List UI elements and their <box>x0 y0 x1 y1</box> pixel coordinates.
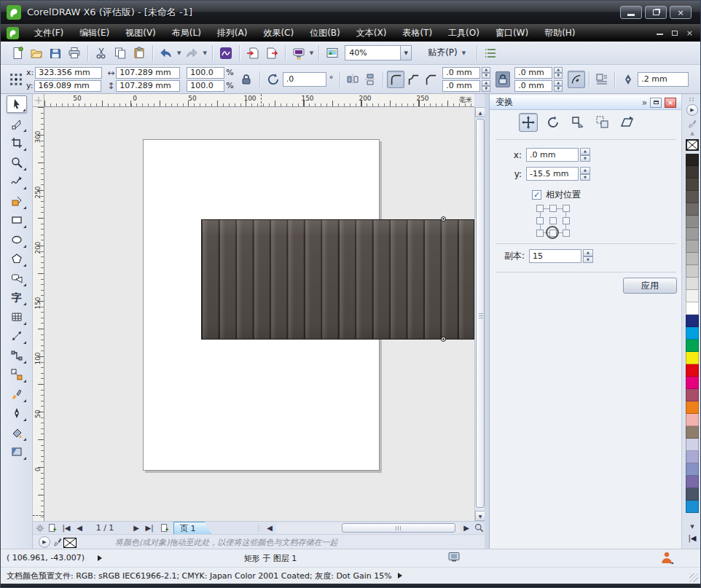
vertical-scroll-thumb[interactable] <box>476 119 485 508</box>
application-launcher-button[interactable] <box>290 44 308 62</box>
menu-text[interactable]: 文本(X) <box>348 24 395 42</box>
color-swatch[interactable] <box>686 327 699 340</box>
scale-x-field[interactable]: 100.0 <box>187 67 224 79</box>
color-swatch[interactable] <box>686 352 699 364</box>
scalloped-corner-button[interactable] <box>404 71 422 88</box>
palette-scroll-up-icon[interactable]: ▲ <box>686 130 699 136</box>
chevron-down-icon[interactable]: ▼ <box>400 46 411 60</box>
scroll-left-icon[interactable]: ◀ <box>265 522 275 533</box>
color-swatch[interactable] <box>686 191 699 203</box>
docker-close-button[interactable]: × <box>665 98 676 108</box>
menu-effects[interactable]: 效果(C) <box>255 24 302 42</box>
open-button[interactable] <box>28 44 45 62</box>
object-height-field[interactable]: 107.289 mm <box>116 80 180 92</box>
horizontal-scroll-thumb[interactable] <box>342 523 455 533</box>
blend-tool[interactable] <box>7 366 27 383</box>
x-position-field[interactable]: 323.356 mm <box>35 67 102 79</box>
docker-minimize-button[interactable] <box>650 98 662 108</box>
spinner[interactable]: ▲▼ <box>580 167 590 181</box>
color-swatch[interactable] <box>686 401 699 414</box>
palette-flyout-icon[interactable]: ▶ <box>686 104 699 116</box>
spinner[interactable]: ▲▼ <box>554 80 563 92</box>
options-icon[interactable] <box>482 44 499 62</box>
add-page-icon[interactable] <box>46 522 58 533</box>
user-account-icon[interactable] <box>660 551 673 566</box>
undo-button[interactable] <box>157 44 175 62</box>
scale-y-field[interactable]: 100.0 <box>187 80 224 92</box>
polygon-tool[interactable] <box>7 250 27 267</box>
palette-flyout-icon[interactable]: ▶ <box>39 536 50 547</box>
vertical-ruler[interactable]: 300250200150100500 <box>33 107 44 521</box>
apply-button[interactable]: 应用 <box>623 278 677 294</box>
restore-button[interactable] <box>645 6 667 19</box>
color-swatch[interactable] <box>686 451 699 463</box>
chevron-down-icon[interactable]: ▼ <box>177 50 181 56</box>
smart-fill-tool[interactable] <box>7 192 27 210</box>
corner-radius-top-right-field[interactable]: .0 mm <box>514 67 552 79</box>
anchor-point-3[interactable] <box>536 217 544 224</box>
eyedropper-icon[interactable] <box>52 536 63 547</box>
chevron-down-icon[interactable]: ▼ <box>310 50 313 56</box>
rotation-angle-field[interactable]: .0 <box>283 72 326 87</box>
spinner[interactable]: ▲▼ <box>482 67 490 79</box>
anchor-point-2[interactable] <box>563 205 570 212</box>
spinner[interactable]: ▲▼ <box>554 67 563 79</box>
transform-mode-scale-mirror[interactable] <box>568 113 587 132</box>
previous-page-icon[interactable]: ◀ <box>74 522 85 533</box>
color-swatch[interactable] <box>686 290 699 302</box>
crop-tool[interactable] <box>7 134 27 152</box>
color-swatch[interactable] <box>686 340 699 352</box>
pick-tool[interactable] <box>7 95 27 113</box>
flyout-arrow-icon[interactable] <box>98 555 102 561</box>
mirror-horizontal-button[interactable] <box>344 71 361 88</box>
edit-corners-together-button[interactable] <box>496 71 510 87</box>
text-tool[interactable]: 字 <box>7 289 27 306</box>
fill-tool[interactable] <box>7 424 27 442</box>
color-swatch[interactable] <box>686 501 699 513</box>
zoom-corner-icon[interactable] <box>473 522 485 533</box>
selected-rectangle-object[interactable] <box>201 219 474 340</box>
chamfered-corner-button[interactable] <box>422 71 439 88</box>
flyout-arrow-icon[interactable] <box>398 573 402 579</box>
chevron-down-icon[interactable]: ▼ <box>203 50 206 56</box>
outline-width-field[interactable]: .2 mm <box>638 72 689 87</box>
object-width-field[interactable]: 107.289 mm <box>116 67 180 79</box>
resize-grip[interactable] <box>689 573 698 582</box>
menu-table[interactable]: 表格(T) <box>394 24 440 42</box>
tab-splitter-handle[interactable]: ⋮ <box>256 522 262 533</box>
color-swatch[interactable] <box>686 439 699 451</box>
corner-radius-bottom-left-field[interactable]: .0 mm <box>442 80 480 92</box>
menu-help[interactable]: 帮助(H) <box>536 24 583 42</box>
document-close-button[interactable]: × <box>686 28 693 38</box>
drawing-canvas[interactable] <box>44 107 474 521</box>
lock-ratio-icon[interactable] <box>238 71 255 88</box>
interactive-fill-tool[interactable] <box>7 443 27 460</box>
welcome-screen-button[interactable] <box>324 44 341 62</box>
color-swatch[interactable] <box>686 154 699 166</box>
color-swatch[interactable] <box>686 253 699 265</box>
menu-window[interactable]: 窗口(W) <box>487 24 536 42</box>
drawing-scale-icon[interactable] <box>34 522 46 533</box>
color-swatch[interactable] <box>686 265 699 278</box>
import-button[interactable] <box>244 44 262 62</box>
spinner[interactable]: ▲▼ <box>580 148 590 162</box>
parallel-dimension-tool[interactable] <box>7 327 27 345</box>
anchor-point-1[interactable] <box>549 205 557 212</box>
page-tab[interactable]: 页 1 <box>173 522 211 534</box>
anchor-point-6[interactable] <box>536 230 544 237</box>
rectangle-tool[interactable] <box>7 211 27 229</box>
add-page-icon[interactable] <box>158 522 170 533</box>
relative-position-checkbox[interactable]: ✓ <box>532 190 541 200</box>
snap-to-dropdown[interactable]: 贴齐(P)▼ <box>422 44 473 61</box>
no-color-swatch[interactable] <box>63 537 77 548</box>
zoom-tool[interactable] <box>7 154 27 171</box>
palette-eyedropper-icon[interactable] <box>686 119 699 128</box>
color-swatch[interactable] <box>686 228 699 240</box>
first-page-icon[interactable]: |◀ <box>60 522 72 533</box>
ruler-origin-button[interactable] <box>33 94 44 107</box>
corner-radius-bottom-right-field[interactable]: .0 mm <box>514 80 552 92</box>
palette-expand-icon[interactable]: |◀ <box>686 534 699 542</box>
color-swatch[interactable] <box>686 216 699 228</box>
new-document-button[interactable] <box>9 44 26 62</box>
basic-shapes-tool[interactable] <box>7 270 27 287</box>
